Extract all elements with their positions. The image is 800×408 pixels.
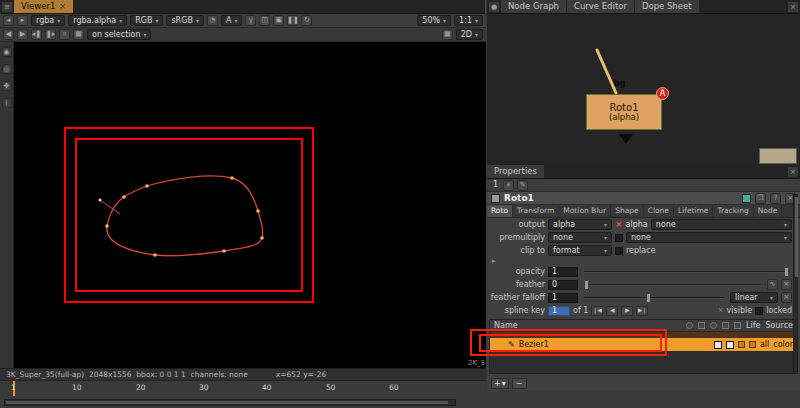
view-mode-select[interactable]: 2D▾	[456, 29, 483, 40]
proxy-select[interactable]: 1:1▾	[454, 15, 483, 26]
channel-remove-icon[interactable]: ×	[615, 220, 623, 229]
tangent-handle[interactable]	[100, 200, 120, 214]
curve-menu-icon[interactable]: ∿	[767, 279, 778, 290]
list-row-bezier1[interactable]: ✎ Bezier1 all color	[490, 338, 797, 351]
feather-falloff-slider[interactable]	[584, 297, 724, 299]
timeline-scrollbar[interactable]	[4, 399, 456, 406]
gain-icon[interactable]: ◔	[207, 15, 218, 26]
visible-toggle-icon[interactable]: ×	[718, 307, 724, 314]
channel-select[interactable]: rgba.alpha▾	[68, 15, 127, 26]
play-backward-icon[interactable]: ◂❚	[31, 29, 42, 40]
tab-roto[interactable]: Roto	[487, 205, 513, 217]
opacity-slider[interactable]	[584, 271, 789, 273]
gamma-icon[interactable]: γ	[245, 15, 256, 26]
float-panel-icon[interactable]: ❐	[755, 193, 766, 204]
roto-node[interactable]: Roto1 (alpha)	[586, 94, 662, 130]
hand-tool-icon[interactable]: ✥	[2, 81, 12, 91]
output-extra-select[interactable]: none▾	[651, 219, 792, 230]
scroll-thumb[interactable]	[795, 197, 798, 277]
timeline-scroll-thumb[interactable]	[6, 401, 448, 404]
opacity-field[interactable]: 1	[548, 267, 578, 277]
spline-key-field[interactable]: 1	[548, 306, 570, 316]
premultiply-checkbox[interactable]	[615, 234, 623, 242]
flipbook-icon[interactable]: ▣	[273, 15, 284, 26]
falloff-type-select[interactable]: linear▾	[730, 292, 778, 303]
tab-transform[interactable]: Transform	[513, 205, 559, 217]
guides-icon[interactable]: ▦	[73, 29, 84, 40]
tab-clone[interactable]: Clone	[644, 205, 674, 217]
visibility-checkbox[interactable]	[714, 341, 722, 349]
disclosure-triangle-icon[interactable]: ▸	[487, 258, 496, 265]
prev-key-icon[interactable]: ◀	[606, 306, 618, 316]
info-icon[interactable]: i	[2, 98, 12, 108]
tab-motion-blur[interactable]: Motion Blur	[559, 205, 611, 217]
feather-slider[interactable]	[584, 284, 761, 286]
pause-icon[interactable]: ❚❚	[287, 15, 298, 26]
premultiply-extra-select[interactable]: none▾	[626, 232, 792, 243]
next-key-icon[interactable]: ▶	[621, 306, 633, 316]
tab-properties[interactable]: Properties	[487, 165, 545, 178]
node-graph-canvas[interactable]: bg Roto1 (alpha) A	[487, 14, 800, 166]
tab-viewer1[interactable]: Viewer1 ×	[14, 0, 74, 13]
error-check-icon[interactable]: ◂	[3, 15, 14, 26]
slider-knob[interactable]	[585, 281, 588, 289]
tab-tracking[interactable]: Tracking	[713, 205, 753, 217]
last-key-icon[interactable]: ▶❘	[636, 306, 648, 316]
close-icon[interactable]: ×	[787, 1, 799, 13]
link-icon[interactable]	[749, 341, 756, 348]
clear-animation-icon[interactable]: ×	[781, 279, 792, 290]
input-select[interactable]: A▾	[221, 15, 243, 26]
blend-mode-icon[interactable]	[738, 341, 745, 348]
colorspace-select[interactable]: sRGB▾	[166, 15, 203, 26]
add-shape-button[interactable]: +▾	[491, 378, 509, 389]
feather-field[interactable]: 0	[548, 280, 578, 290]
grid-icon[interactable]: ▦	[442, 29, 453, 40]
wipe-icon[interactable]: ◫	[259, 15, 270, 26]
first-key-icon[interactable]: ❘◀	[591, 306, 603, 316]
tab-dope-sheet[interactable]: Dope Sheet	[635, 0, 700, 13]
bezier-shape-path[interactable]	[107, 176, 263, 256]
viewer-canvas[interactable]: 2K_S	[14, 42, 486, 368]
pin-icon[interactable]: ⌖	[503, 180, 514, 191]
play-forward-icon[interactable]: ❚▸	[45, 29, 56, 40]
list-empty-area[interactable]	[490, 351, 797, 373]
prev-keyframe-icon[interactable]: ◀	[3, 29, 14, 40]
zoom-select[interactable]: 50%▾	[417, 15, 451, 26]
locked-checkbox[interactable]	[755, 307, 763, 315]
roi-select[interactable]: on selection▾	[87, 29, 151, 40]
clipto-select[interactable]: format▾	[548, 245, 612, 256]
frame-lock-icon[interactable]: ▸	[17, 15, 28, 26]
output-select[interactable]: alpha▾	[548, 219, 612, 230]
color-sample-icon[interactable]: ◉	[2, 47, 12, 57]
replace-checkbox[interactable]	[615, 247, 623, 255]
properties-scrollbar[interactable]	[793, 194, 798, 372]
clear-animation-icon[interactable]: ×	[781, 292, 792, 303]
slider-knob[interactable]	[647, 294, 650, 302]
display-style-select[interactable]: RGB▾	[130, 15, 163, 26]
tab-curve-editor[interactable]: Curve Editor	[567, 0, 635, 13]
frame-range-icon[interactable]: ⌗	[59, 29, 70, 40]
node-color-chip[interactable]	[491, 194, 500, 203]
zoom-tool-icon[interactable]: ◎	[2, 64, 12, 74]
pane-menu-icon[interactable]: ≡	[1, 1, 13, 13]
tab-shape[interactable]: Shape	[611, 205, 644, 217]
clear-panels-icon[interactable]: ✎	[517, 180, 528, 191]
feather-falloff-field[interactable]: 1	[548, 293, 578, 303]
frame-ruler[interactable]: 1 10 20 30 40 50 60	[0, 381, 486, 396]
premultiply-select[interactable]: none▾	[548, 232, 612, 243]
remove-shape-button[interactable]: −	[512, 378, 527, 389]
pane-menu-icon[interactable]: ●	[488, 1, 500, 13]
center-node-icon[interactable]	[742, 194, 751, 203]
tab-node-graph[interactable]: Node Graph	[501, 0, 567, 13]
control-points[interactable]	[99, 176, 264, 257]
output-arrow-icon[interactable]	[619, 134, 633, 144]
layer-select[interactable]: rgba▾	[31, 15, 65, 26]
refresh-icon[interactable]: ↻	[301, 15, 312, 26]
close-icon[interactable]: ×	[59, 3, 66, 11]
close-icon[interactable]: ×	[787, 166, 799, 178]
tab-lifetime[interactable]: Lifetime	[674, 205, 713, 217]
next-keyframe-icon[interactable]: ▶	[17, 29, 28, 40]
help-icon[interactable]: ?	[770, 193, 781, 204]
offscreen-node[interactable]	[759, 148, 797, 164]
slider-knob[interactable]	[785, 268, 788, 276]
